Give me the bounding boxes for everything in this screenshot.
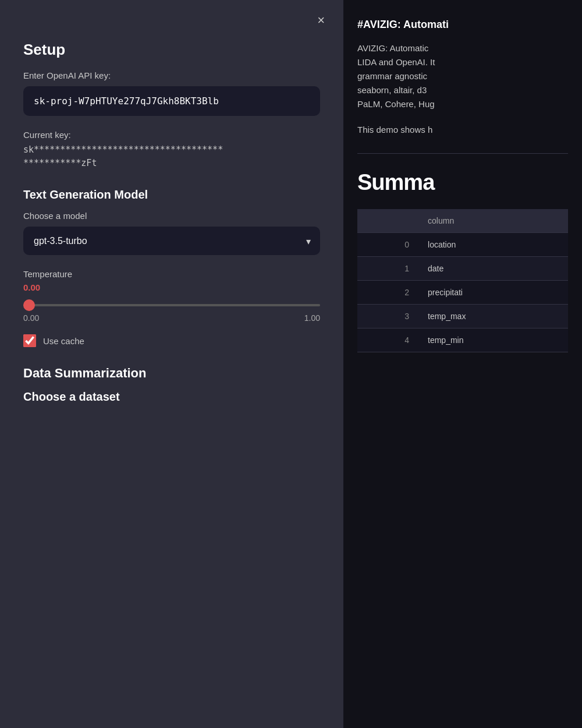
slider-min-label: 0.00 [23, 313, 39, 323]
use-cache-row: Use cache [23, 334, 320, 347]
temperature-slider[interactable] [23, 304, 320, 306]
table-cell-index-4: 4 [357, 328, 418, 352]
use-cache-checkbox[interactable] [23, 334, 36, 347]
table-cell-index-0: 0 [357, 233, 418, 257]
data-summarization-title: Data Summarization [23, 366, 320, 381]
text-generation-title: Text Generation Model [23, 188, 320, 202]
right-panel-description: AVIZIG: AutomaticLIDA and OpenAI. Itgram… [357, 41, 568, 111]
table-cell-column-2: precipitati [418, 281, 568, 305]
temperature-label: Temperature [23, 269, 320, 279]
close-button[interactable]: × [313, 12, 329, 29]
table-cell-index-3: 3 [357, 305, 418, 328]
table-cell-index-2: 2 [357, 281, 418, 305]
use-cache-label: Use cache [43, 336, 84, 346]
choose-model-label: Choose a model [23, 211, 320, 221]
table-cell-column-0: location [418, 233, 568, 257]
model-select-wrapper: gpt-3.5-turbo gpt-4 gpt-4-turbo text-dav… [23, 227, 320, 255]
api-key-input[interactable] [23, 86, 320, 116]
table-row: 4 temp_min [357, 328, 568, 352]
temperature-value: 0.00 [23, 282, 320, 292]
slider-max-label: 1.00 [304, 313, 320, 323]
table-row: 1 date [357, 257, 568, 281]
setup-panel: × Setup Enter OpenAI API key: Current ke… [0, 0, 343, 728]
right-panel: #AVIZIG: Automati AVIZIG: AutomaticLIDA … [343, 0, 582, 728]
model-select[interactable]: gpt-3.5-turbo gpt-4 gpt-4-turbo text-dav… [23, 227, 320, 255]
table-cell-index-1: 1 [357, 257, 418, 281]
summary-heading: Summa [357, 170, 568, 195]
table-header-column: column [418, 209, 568, 233]
table-cell-column-1: date [418, 257, 568, 281]
table-cell-column-4: temp_min [418, 328, 568, 352]
summary-table: column 0 location 1 date 2 precipitati 3… [357, 209, 568, 352]
api-key-label: Enter OpenAI API key: [23, 70, 320, 80]
right-panel-divider [357, 153, 568, 154]
table-row: 0 location [357, 233, 568, 257]
right-panel-title: #AVIZIG: Automati [357, 17, 568, 32]
demo-shows-text: This demo shows h [357, 123, 568, 137]
table-row: 3 temp_max [357, 305, 568, 328]
choose-dataset-label: Choose a dataset [23, 390, 320, 404]
table-header-index [357, 209, 418, 233]
setup-title: Setup [23, 41, 320, 59]
temperature-slider-container [23, 298, 320, 309]
table-cell-column-3: temp_max [418, 305, 568, 328]
table-row: 2 precipitati [357, 281, 568, 305]
current-key-label: Current key: [23, 130, 320, 140]
current-key-value: sk**************************************… [23, 143, 320, 169]
